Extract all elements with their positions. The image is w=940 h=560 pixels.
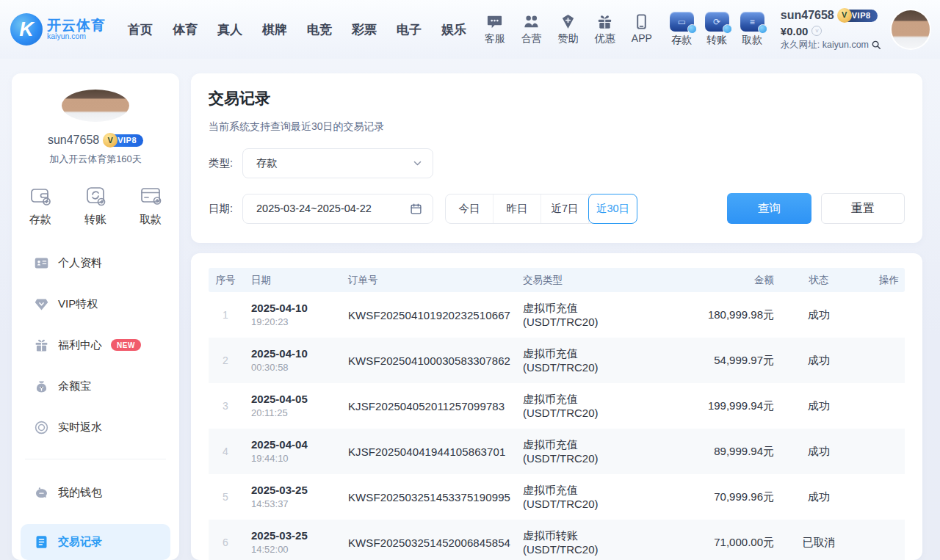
header-date: 日期	[242, 274, 347, 287]
id-card-icon	[34, 255, 49, 271]
reset-button[interactable]: 重置	[821, 193, 905, 224]
gift-icon	[596, 13, 613, 30]
service-label: 赞助	[558, 32, 579, 46]
service-app[interactable]: APP	[632, 13, 652, 46]
nav-item-2[interactable]: 体育	[173, 21, 198, 38]
user-avatar[interactable]	[892, 10, 930, 48]
withdraw-shortcut[interactable]: ≡ 取款	[740, 12, 764, 47]
table-row[interactable]: 42025-04-0419:44:10KJSF20250404194410586…	[209, 429, 905, 474]
quick-deposit-label: 存款	[29, 213, 51, 227]
nav-item-1[interactable]: 首页	[128, 21, 153, 38]
transfer-tile-icon: ⟳	[705, 12, 729, 32]
sidebar-item-profile[interactable]: 个人资料	[34, 253, 166, 272]
nav-item-4[interactable]: 棋牌	[262, 21, 287, 38]
type-label: 类型:	[209, 156, 242, 170]
row-status: 成功	[777, 399, 861, 413]
row-seq: 3	[209, 400, 242, 412]
row-date: 2025-04-04	[251, 437, 347, 452]
type-select[interactable]: 存款	[242, 148, 433, 178]
sidebar-item-wallet[interactable]: 我的钱包	[34, 483, 166, 502]
header-seq: 序号	[209, 274, 242, 287]
header-order: 订单号	[347, 274, 518, 287]
wallet-shortcuts: ▭ 存款 ⟳ 转账 ≡ 取款	[670, 12, 764, 47]
quick-withdraw[interactable]: 取款	[138, 185, 163, 227]
row-date: 2025-04-10	[251, 301, 347, 316]
vip-badge[interactable]: V VIP8	[839, 10, 878, 22]
nav-item-7[interactable]: 电子	[397, 21, 422, 38]
row-time: 19:20:23	[251, 316, 347, 329]
table-row[interactable]: 62025-03-2514:52:00KWSF20250325145200684…	[209, 520, 905, 560]
deposit-tile-icon: ▭	[670, 12, 694, 32]
refresh-balance-icon[interactable]: v	[811, 26, 822, 36]
header-amount: 金额	[655, 274, 777, 287]
chat-icon	[486, 13, 503, 30]
service-links: 客服 合营 赞助 优惠 APP	[485, 13, 652, 46]
table-row[interactable]: 22025-04-1000:30:58KWSF20250410003058330…	[209, 338, 905, 383]
service-support[interactable]: 客服	[485, 13, 505, 46]
nav-item-8[interactable]: 娱乐	[441, 21, 466, 38]
deposit-shortcut[interactable]: ▭ 存款	[670, 12, 694, 47]
quick-deposit[interactable]: 存款	[28, 185, 53, 227]
range-yesterday-button[interactable]: 昨日	[494, 194, 541, 223]
nav-item-5[interactable]: 电竞	[307, 21, 332, 38]
nav-item-3[interactable]: 真人	[217, 21, 242, 38]
row-status: 成功	[777, 445, 861, 459]
sidebar-menu: 个人资料 VIP特权 福利中心 NEW 余额宝 实时返水	[24, 253, 167, 560]
welfare-gift-icon	[34, 338, 49, 353]
date-filter-row: 日期: 2025-03-24~2025-04-22 今日 昨日 近7日 近30日…	[209, 193, 905, 224]
search-button[interactable]: 查询	[727, 193, 811, 224]
row-transaction-type: 虚拟币充值 (USDT/TRC20)	[518, 438, 655, 465]
service-label: APP	[632, 32, 652, 44]
sidebar-item-yuebao[interactable]: 余额宝	[34, 377, 166, 396]
sidebar-item-welfare[interactable]: 福利中心 NEW	[34, 335, 166, 354]
service-label: 合营	[521, 32, 542, 46]
table-row[interactable]: 12025-04-1019:20:23KWSF20250410192023251…	[209, 292, 905, 338]
row-time: 00:30:58	[251, 361, 347, 374]
vip-shield-icon: V	[103, 133, 118, 148]
service-label: 客服	[485, 32, 505, 46]
row-order-number: KWSF202504101920232510667	[347, 309, 518, 321]
nav-item-6[interactable]: 彩票	[352, 21, 377, 38]
range-today-button[interactable]: 今日	[446, 194, 494, 223]
quick-transfer[interactable]: 转账	[83, 185, 108, 227]
sidebar-item-label: 交易记录	[58, 535, 102, 549]
range-30days-button[interactable]: 近30日	[588, 194, 637, 224]
table-row[interactable]: 32025-04-0520:11:25KJSF20250405201125709…	[209, 383, 905, 429]
row-transaction-type: 虚拟币充值 (USDT/TRC20)	[518, 347, 655, 374]
row-transaction-type: 虚拟币转账 (USDT/TRC20)	[518, 529, 655, 556]
profile-avatar[interactable]	[62, 90, 129, 122]
sidebar-item-transactions[interactable]: 交易记录	[21, 524, 170, 560]
service-sponsor[interactable]: 赞助	[558, 13, 579, 46]
header-status: 状态	[777, 274, 861, 287]
user-block: sun47658 V VIP8 ¥0.00 v 永久网址: kaiyun.com	[781, 8, 881, 51]
date-range-value: 2025-03-24~2025-04-22	[256, 203, 410, 214]
profile-vip-badge[interactable]: V VIP8	[104, 134, 143, 147]
row-seq: 1	[209, 309, 242, 321]
service-promo[interactable]: 优惠	[595, 13, 615, 46]
sidebar-divider	[25, 459, 166, 459]
partners-icon	[523, 13, 540, 30]
row-date: 2025-04-10	[251, 346, 347, 361]
row-date: 2025-03-25	[251, 528, 347, 543]
page-title: 交易记录	[209, 88, 905, 109]
row-seq: 6	[209, 537, 242, 548]
header-action: 操作	[861, 274, 905, 287]
sidebar-item-label: VIP特权	[58, 297, 98, 311]
row-transaction-type: 虚拟币充值 (USDT/TRC20)	[518, 484, 655, 510]
date-range-input[interactable]: 2025-03-24~2025-04-22	[242, 194, 433, 224]
top-bar: K 开云体育 kaiyun.com 首页体育真人棋牌电竞彩票电子娱乐 客服 合营…	[0, 0, 940, 59]
table-row[interactable]: 52025-03-2514:53:37KWSF20250325145337519…	[209, 474, 905, 520]
calendar-icon	[410, 203, 422, 215]
phone-icon	[633, 13, 650, 30]
sidebar-item-vip[interactable]: VIP特权	[34, 294, 166, 313]
search-icon[interactable]	[871, 40, 881, 50]
brand-logo[interactable]: K 开云体育 kaiyun.com	[10, 13, 115, 46]
sidebar-item-rebate[interactable]: 实时返水	[34, 418, 166, 437]
service-label: 优惠	[595, 32, 615, 46]
row-order-number: KJSF202504041944105863701	[347, 446, 518, 458]
sidebar-item-label: 福利中心	[58, 338, 102, 352]
service-partners[interactable]: 合营	[521, 13, 542, 46]
page-subtitle: 当前系统支持查询最近30日的交易记录	[209, 120, 905, 134]
range-7days-button[interactable]: 近7日	[541, 194, 589, 223]
transfer-shortcut[interactable]: ⟳ 转账	[705, 12, 729, 47]
